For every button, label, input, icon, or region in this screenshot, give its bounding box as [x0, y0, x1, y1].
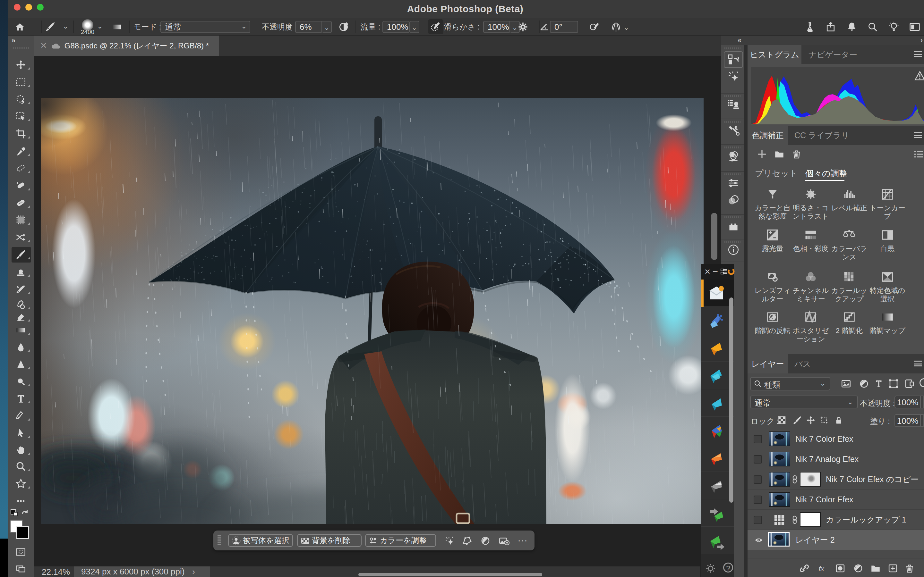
svg-text:fx: fx	[819, 565, 824, 573]
